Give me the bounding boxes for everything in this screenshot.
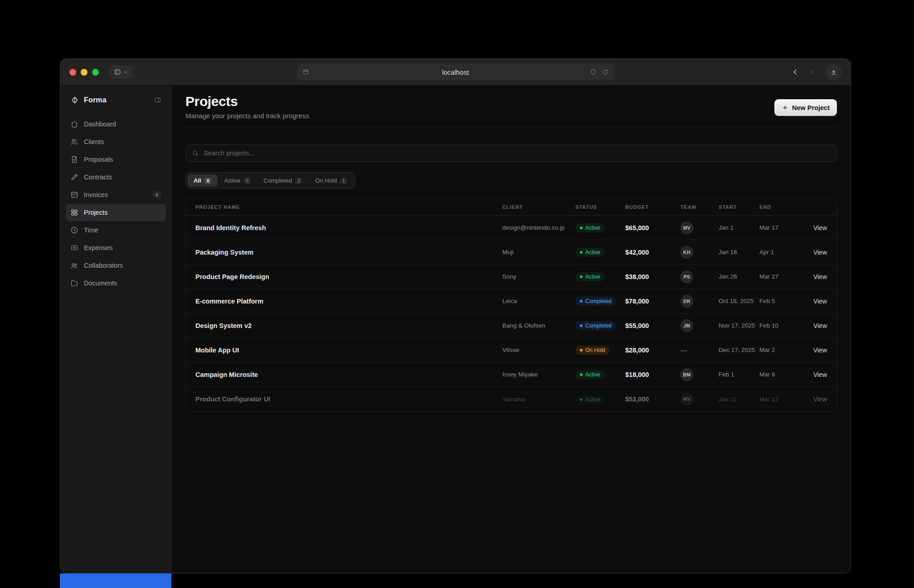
status-badge: Active (575, 395, 605, 404)
sidebar-item-collaborators[interactable]: Collaborators (66, 257, 166, 274)
project-start-date: Jan 11 (719, 396, 759, 403)
column-header-status: STATUS (575, 204, 625, 210)
sidebar-item-label: Collaborators (84, 262, 123, 269)
project-client: Yamaha (502, 396, 575, 403)
project-name: Design System v2 (195, 322, 502, 329)
table-row[interactable]: E-commerce PlatformLeicaCompleted$78,000… (186, 289, 836, 313)
sidebar-item-time[interactable]: Time (66, 222, 166, 239)
proposals-icon (70, 155, 78, 164)
project-name: Packaging System (195, 249, 502, 256)
column-header-project-name: PROJECT NAME (195, 204, 502, 210)
project-start-date: Jan 26 (719, 273, 759, 280)
project-client: Sony (502, 273, 575, 280)
table-header-row: PROJECT NAME CLIENT STATUS BUDGET TEAM S… (186, 199, 836, 216)
status-dot-icon (580, 275, 583, 278)
address-bar[interactable]: localhost (297, 64, 614, 81)
table-row[interactable]: Design System v2Bang & OlufsenCompleted$… (186, 313, 836, 338)
sidebar-item-expenses[interactable]: Expenses (66, 239, 166, 256)
project-budget: $18,000 (625, 371, 681, 378)
project-name: Campaign Microsite (195, 371, 502, 378)
status-dot-icon (580, 398, 583, 401)
table-row[interactable]: Product Configurator UIYamahaActive$52,0… (186, 387, 836, 411)
search-input[interactable] (204, 149, 831, 157)
view-link[interactable]: View (801, 249, 827, 256)
forward-icon[interactable] (808, 68, 817, 76)
filter-label: All (194, 177, 201, 184)
view-link[interactable]: View (801, 347, 827, 354)
minimize-window-button[interactable] (81, 69, 88, 76)
project-start-date: Oct 18, 2025 (719, 298, 759, 304)
sidebar-collapse-button[interactable] (154, 96, 161, 104)
team-avatar: BM (681, 368, 693, 381)
filter-count: 1 (340, 178, 347, 184)
filter-tab-on-hold[interactable]: On Hold1 (309, 174, 353, 187)
contracts-icon (70, 173, 78, 181)
table-row[interactable]: Packaging SystemMujiActive$42,000KHJan 1… (186, 240, 836, 265)
invoices-icon (70, 191, 78, 199)
status-badge: Active (575, 370, 605, 379)
view-link[interactable]: View (801, 322, 827, 329)
privacy-shield-icon[interactable] (590, 69, 597, 76)
downloads-button[interactable] (826, 64, 841, 80)
table-row[interactable]: Campaign MicrositeIssey MiyakeActive$18,… (186, 362, 836, 387)
table-row[interactable]: Mobile App UIVitsoeOn Hold$28,000—Dec 17… (186, 338, 836, 362)
project-client: Muji (502, 249, 575, 255)
project-start-date: Nov 17, 2025 (719, 322, 759, 329)
browser-sidebar-toggle[interactable] (110, 65, 133, 79)
header-divider (185, 127, 837, 127)
status-badge: Completed (575, 321, 616, 330)
sidebar-item-projects[interactable]: Projects (66, 204, 166, 221)
team-empty: — (681, 347, 687, 354)
project-end-date: Feb 5 (759, 298, 801, 304)
close-window-button[interactable] (69, 69, 76, 76)
filter-tab-completed[interactable]: Completed2 (258, 174, 308, 187)
projects-table: PROJECT NAME CLIENT STATUS BUDGET TEAM S… (185, 198, 837, 412)
app-shell: Forma DashboardClientsProposalsContracts… (60, 86, 851, 573)
view-link[interactable]: View (801, 224, 827, 231)
sidebar-item-label: Expenses (84, 244, 113, 251)
reload-icon[interactable] (602, 69, 609, 76)
forma-logo-icon (70, 96, 79, 105)
new-project-button[interactable]: New Project (774, 99, 837, 116)
search-field[interactable] (185, 145, 837, 162)
sidebar-item-clients[interactable]: Clients (66, 133, 166, 150)
table-row[interactable]: Brand Identity Refreshdesign@nintendo.co… (186, 216, 836, 240)
page-title: Projects (185, 94, 309, 109)
project-budget: $38,000 (625, 273, 681, 280)
sidebar-item-proposals[interactable]: Proposals (66, 151, 166, 168)
filter-count: 2 (295, 178, 302, 184)
project-client: Vitsoe (502, 347, 575, 353)
view-link[interactable]: View (801, 298, 827, 305)
status-dot-icon (580, 251, 583, 254)
zoom-window-button[interactable] (92, 69, 99, 76)
sidebar-item-badge: 4 (152, 191, 161, 198)
column-header-end: END (759, 204, 801, 210)
view-link[interactable]: View (801, 395, 827, 403)
collaborators-icon (70, 261, 78, 270)
column-header-client: CLIENT (502, 204, 575, 210)
sidebar-item-contracts[interactable]: Contracts (66, 169, 166, 186)
table-row[interactable]: Product Page RedesignSonyActive$38,000PS… (186, 265, 836, 289)
sidebar-item-invoices[interactable]: Invoices4 (66, 186, 166, 203)
filter-count: 8 (204, 178, 212, 184)
url-text: localhost (297, 64, 614, 81)
back-icon[interactable] (791, 68, 799, 76)
status-badge: Active (575, 223, 605, 232)
team-avatar: PS (681, 270, 693, 283)
sidebar-item-dashboard[interactable]: Dashboard (66, 116, 166, 133)
filter-tab-active[interactable]: Active5 (219, 174, 257, 187)
table-body: Brand Identity Refreshdesign@nintendo.co… (186, 216, 836, 411)
column-header-team: TEAM (681, 204, 719, 210)
filter-tab-all[interactable]: All8 (188, 174, 218, 187)
project-name: Product Page Redesign (195, 273, 502, 280)
view-link[interactable]: View (801, 371, 827, 378)
project-end-date: Mar 27 (759, 273, 801, 280)
view-link[interactable]: View (801, 273, 827, 280)
project-budget: $55,000 (625, 322, 681, 329)
sidebar-item-label: Documents (84, 280, 117, 287)
sidebar-item-documents[interactable]: Documents (66, 275, 166, 292)
clients-icon (70, 138, 78, 146)
project-name: Mobile App UI (195, 347, 502, 354)
sidebar-item-label: Time (84, 227, 98, 234)
column-header-budget: BUDGET (625, 204, 681, 210)
